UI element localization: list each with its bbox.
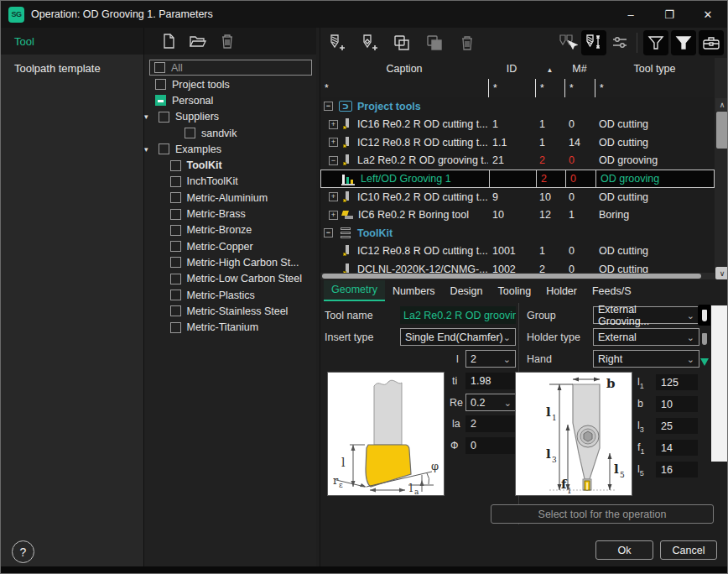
new-library-icon[interactable] xyxy=(159,32,178,50)
horizontal-scrollbar-thumb[interactable] xyxy=(322,274,701,279)
tab-holder[interactable]: Holder xyxy=(538,282,585,301)
tree-item-metric-stainless-steel[interactable]: Metric-Stainless Steel xyxy=(144,303,316,319)
hand-select[interactable]: Right ⌄ xyxy=(593,350,699,368)
horizontal-scrollbar[interactable] xyxy=(320,273,715,279)
ok-button[interactable]: Ok xyxy=(595,540,653,560)
dim-l3-field[interactable]: 25 xyxy=(656,418,698,434)
help-button[interactable]: ? xyxy=(12,540,34,563)
group-row-project-tools[interactable]: −ᑐProject tools xyxy=(320,97,715,116)
expand-icon[interactable]: + xyxy=(329,138,338,147)
checkbox-examples[interactable] xyxy=(159,144,169,154)
checkbox-project-tools[interactable] xyxy=(155,79,166,90)
filter-id[interactable]: * xyxy=(488,79,535,97)
expanded-arrow-icon[interactable]: ▾ xyxy=(144,145,159,154)
filter-icon[interactable] xyxy=(643,30,668,55)
tab-feeds-s[interactable]: Feeds/S xyxy=(585,282,639,301)
pick-tool-icon[interactable] xyxy=(557,32,579,54)
dim-l5-field[interactable]: 16 xyxy=(656,462,698,477)
tree-item-metric-brass[interactable]: Metric-Brass xyxy=(144,206,316,222)
tree-item-suppliers[interactable]: ▾Suppliers xyxy=(144,109,316,125)
expand-icon[interactable]: + xyxy=(329,192,338,201)
tree-item-metric-aluminium[interactable]: Metric-Aluminium xyxy=(144,190,316,206)
tab-geometry[interactable]: Geometry xyxy=(324,280,385,301)
paste-tool-icon[interactable] xyxy=(424,32,445,54)
scroll-down-icon[interactable]: ∨ xyxy=(715,267,728,279)
add-tool-icon[interactable] xyxy=(325,32,347,54)
sidebar-item-toolpath-template[interactable]: Toolpath template xyxy=(1,55,143,81)
column-id[interactable]: ID xyxy=(488,63,535,75)
checkbox-metric-stainless-steel[interactable] xyxy=(170,305,181,316)
holder-type-select[interactable]: External ⌄ xyxy=(593,328,699,346)
dim-b-field[interactable]: 10 xyxy=(656,396,698,412)
checkbox-all[interactable] xyxy=(154,62,165,73)
delete-tool-icon[interactable] xyxy=(456,32,478,54)
phi-field[interactable]: 0 xyxy=(465,437,516,454)
tool-row[interactable]: +IC6 Re0.2 R Boring tool10121Boring xyxy=(320,206,715,225)
tool-name-value[interactable]: La2 Re0.2 R OD groovin xyxy=(400,306,516,324)
vertical-scrollbar[interactable]: ∧ ∨ xyxy=(715,58,728,279)
group-select[interactable]: External Grooving... ⌄ xyxy=(593,306,699,324)
tree-item-project-tools[interactable]: Project tools xyxy=(144,76,316,92)
tree-item-examples[interactable]: ▾Examples xyxy=(144,141,316,157)
filter-active-icon[interactable] xyxy=(671,30,696,55)
checkbox-metric-aluminium[interactable] xyxy=(170,192,181,203)
close-button[interactable]: ✕ xyxy=(689,1,727,28)
checkbox-personal[interactable] xyxy=(155,95,166,106)
checkbox-metric-low-carbon-steel[interactable] xyxy=(170,274,181,284)
minimize-button[interactable]: – xyxy=(611,1,650,28)
tree-item-all[interactable]: All xyxy=(149,60,312,76)
expand-icon[interactable]: + xyxy=(329,120,338,129)
tree-item-toolkit[interactable]: ToolKit xyxy=(144,157,316,173)
checkbox-inchtoolkit[interactable] xyxy=(170,176,181,187)
group-row-toolkit[interactable]: −ToolKit xyxy=(320,224,715,243)
l-select[interactable]: 2 ⌄ xyxy=(465,350,516,368)
filter-caption[interactable]: * xyxy=(320,79,488,97)
tool-row[interactable]: +IC12 Re0.8 R OD cutting t...1.1114OD cu… xyxy=(320,133,715,152)
checkbox-metric-copper[interactable] xyxy=(170,241,181,252)
select-tool-button[interactable]: Select tool for the operation xyxy=(491,504,714,524)
tool-row[interactable]: +IC12 Re0.8 R OD cutting t...100110OD cu… xyxy=(320,243,715,261)
checkbox-sandvik[interactable] xyxy=(185,128,195,138)
scroll-up-icon[interactable]: ∧ xyxy=(715,98,728,111)
filter-tool-type[interactable]: * xyxy=(595,79,715,97)
dim-l1-field[interactable]: 125 xyxy=(656,374,698,390)
filter-m[interactable]: * xyxy=(564,79,595,97)
tab-tooling[interactable]: Tooling xyxy=(491,282,539,301)
open-library-icon[interactable] xyxy=(189,32,207,50)
tool-row[interactable]: +IC10 Re0.2 R OD cutting t...9100OD cutt… xyxy=(320,188,715,206)
collapse-icon[interactable]: − xyxy=(329,156,338,165)
checkbox-metric-brass[interactable] xyxy=(170,209,181,220)
tree-item-personal[interactable]: Personal xyxy=(144,92,316,108)
tree-item-metric-titanium[interactable]: Metric-Titanium xyxy=(144,319,316,335)
collapse-icon[interactable]: − xyxy=(324,228,333,237)
expanded-arrow-icon[interactable]: ▾ xyxy=(144,112,159,121)
tree-item-metric-copper[interactable]: Metric-Copper xyxy=(144,238,316,254)
re-select[interactable]: 0.2 ⌄ xyxy=(465,394,517,411)
selected-tool-row[interactable]: Left/OD Grooving 120OD grooving xyxy=(320,170,715,188)
copy-tool-icon[interactable] xyxy=(391,32,413,54)
tree-item-metric-low-carbon-steel[interactable]: Metric-Low Carbon Steel xyxy=(144,271,316,287)
cancel-button[interactable]: Cancel xyxy=(660,540,717,560)
collapse-icon[interactable]: − xyxy=(324,102,333,111)
dim-f1-field[interactable]: 14 xyxy=(656,440,698,456)
tree-item-metric-plastics[interactable]: Metric-Plastics xyxy=(144,287,316,303)
column-tool-type[interactable]: Tool type xyxy=(595,63,715,75)
checkbox-suppliers[interactable] xyxy=(159,112,169,123)
tool-row[interactable]: −La2 Re0.2 R OD grooving t...2120OD groo… xyxy=(320,152,715,170)
sidebar-item-tool[interactable]: Tool xyxy=(1,28,143,55)
checkbox-metric-bronze[interactable] xyxy=(170,225,181,236)
toolbox-icon[interactable] xyxy=(699,30,724,55)
column-m[interactable]: M# xyxy=(564,63,595,75)
ti-field[interactable]: 1.98 xyxy=(465,373,516,389)
vertical-scrollbar-thumb[interactable] xyxy=(716,112,728,149)
filter-sort-col[interactable]: * xyxy=(535,79,564,97)
delete-library-icon[interactable] xyxy=(218,32,237,50)
add-insert-icon[interactable] xyxy=(358,32,380,54)
checkbox-metric-plastics[interactable] xyxy=(170,290,181,300)
tree-item-sandvik[interactable]: sandvik xyxy=(144,125,316,141)
checkbox-metric-high-carbon-st[interactable] xyxy=(170,257,181,268)
tool-row[interactable]: +DCLNL-2020K-12/CNMG-...100220OD cutting xyxy=(320,260,715,273)
tree-item-metric-high-carbon-st[interactable]: Metric-High Carbon St... xyxy=(144,254,316,270)
tree-item-metric-bronze[interactable]: Metric-Bronze xyxy=(144,222,316,238)
tool-preview-thumb-3-icon[interactable] xyxy=(698,352,710,373)
